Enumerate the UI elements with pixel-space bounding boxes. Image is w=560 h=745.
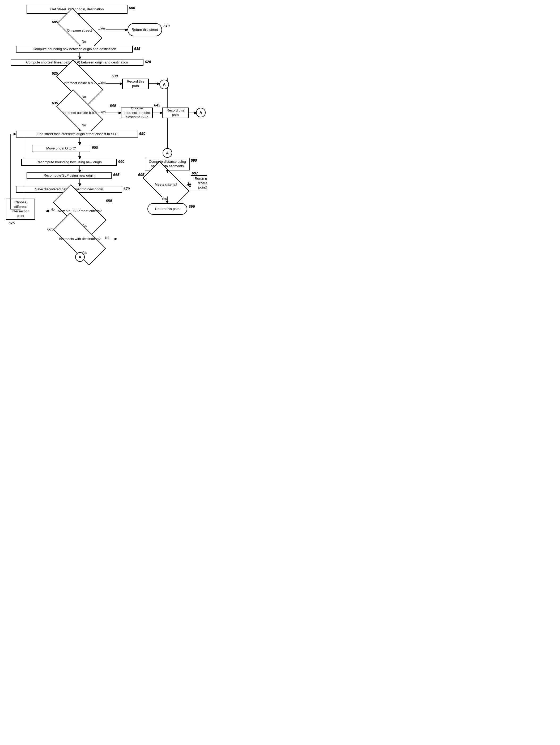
node-680: New b.b., SLP meet criteria? — [55, 199, 105, 224]
label-675: 675 — [8, 221, 14, 225]
yes-label-625: Yes — [100, 81, 106, 85]
label-665: 665 — [113, 172, 119, 177]
node-625: Intersect inside b.b.? — [58, 71, 101, 95]
node-699: Return this path — [148, 203, 187, 215]
flowchart: Get Street_id for origin, destination 60… — [0, 0, 207, 276]
label-610: 610 — [163, 24, 169, 28]
circle-a2: A — [196, 108, 206, 117]
label-680: 680 — [106, 199, 112, 203]
label-650: 650 — [139, 131, 145, 136]
label-697: 697 — [192, 171, 198, 175]
node-665: Recompute SLP using new origin — [27, 172, 112, 179]
circle-a-right: A — [163, 148, 172, 158]
node-697: Rerun using different point(s) — [191, 175, 207, 191]
yes-label-695: Yes — [161, 197, 167, 201]
no-label-635: No — [82, 124, 86, 127]
no-label-625: No — [82, 95, 86, 99]
node-630: Record this path — [122, 78, 149, 89]
yes-label-605: Yes — [100, 27, 106, 30]
label-625: 625 — [52, 71, 58, 75]
node-600: Get Street_id for origin, destination — [27, 5, 127, 14]
label-630: 630 — [112, 74, 118, 78]
label-695: 695 — [138, 172, 144, 177]
node-675: Choose different intersection point — [6, 199, 35, 220]
node-660: Recompute bounding box using new origin — [21, 159, 117, 166]
node-685: Intersects with destination? — [55, 227, 105, 251]
label-605: 605 — [52, 20, 58, 24]
circle-a1: A — [159, 79, 169, 89]
label-615: 615 — [134, 46, 140, 51]
node-650: Find street that intersects origin stree… — [16, 131, 138, 137]
node-610: Return this street — [127, 23, 162, 36]
node-615: Compute bounding box between origin and … — [16, 46, 133, 53]
no-label-605: No — [82, 40, 86, 43]
node-605: On same street? — [58, 20, 101, 41]
label-660: 660 — [118, 159, 124, 164]
circle-a3: A — [75, 252, 85, 262]
yes-label-635: Yes — [100, 110, 106, 114]
label-699: 699 — [189, 204, 195, 209]
label-690: 690 — [191, 158, 197, 162]
node-655: Move origin O to O' — [32, 145, 90, 152]
node-695: Meets criteria? — [145, 172, 187, 196]
label-640: 640 — [110, 103, 116, 108]
no-label-680: No — [51, 207, 55, 211]
node-635: Intersect outside b.b.? — [58, 101, 101, 125]
node-645: Record this path — [162, 107, 189, 118]
label-645: 645 — [154, 103, 160, 107]
label-600: 600 — [129, 6, 135, 10]
label-620: 620 — [145, 60, 151, 64]
label-685: 685 — [47, 227, 53, 231]
label-670: 670 — [124, 187, 130, 191]
label-655: 655 — [92, 145, 98, 150]
no-label-685: No — [105, 236, 109, 240]
label-635: 635 — [52, 101, 58, 105]
node-640: Choose intersection point closest to SLP — [121, 107, 153, 118]
